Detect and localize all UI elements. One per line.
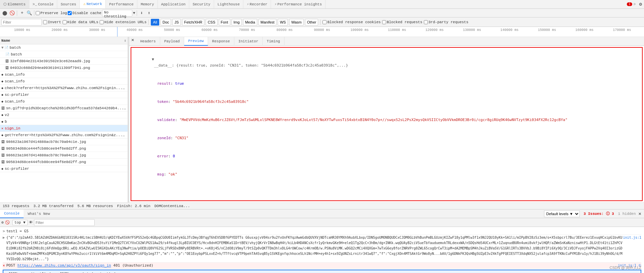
tab-memory[interactable]: Memory — [137, 0, 158, 9]
console-arrow-icon: > — [3, 229, 5, 234]
list-item[interactable]: ◆ sc-profiler — [0, 165, 128, 172]
list-item[interactable]: ◆ scan_info — [0, 98, 128, 105]
expand-icon[interactable]: ▼ — [1, 46, 4, 50]
tab-performance-insights[interactable]: ⚡ Performance insights — [271, 0, 326, 9]
filter-input[interactable] — [1, 19, 42, 26]
console-error-line: ✕ POST https://www.zhihu.com/api/v3/oaut… — [3, 263, 641, 269]
clear-button[interactable]: 🚫 — [9, 10, 15, 16]
filter-type-ws[interactable]: WS — [278, 19, 288, 26]
filter-toggle-button[interactable]: ⌖ — [19, 10, 25, 16]
hide-extension-urls-checkbox[interactable] — [100, 20, 104, 24]
blocked-requests-label[interactable]: Blocked requests — [382, 20, 422, 24]
response-tab-timing[interactable]: Timing — [263, 37, 284, 46]
console-level-select[interactable]: Default levels ▼ — [544, 210, 580, 217]
tab-elements[interactable]: ⬡ Elements — [0, 0, 29, 9]
response-tab-headers[interactable]: Headers — [136, 37, 160, 46]
console-command-block: > JSON.parse(test1).d == JSON.parse(wind… — [3, 270, 641, 273]
settings-icon[interactable]: ⚙ — [637, 1, 644, 7]
console-tab-whats-new[interactable]: What's New — [24, 209, 54, 218]
tab-lighthouse[interactable]: Lighthouse — [214, 0, 243, 9]
json-line-msg: msg: "ok" — [134, 165, 639, 184]
stop-recording-button[interactable]: ⬤ — [1, 10, 8, 16]
list-item[interactable]: ▼ 📄 batch — [0, 44, 128, 51]
third-party-checkbox[interactable] — [424, 20, 428, 24]
preserve-log-checkbox-label[interactable]: Preserve log — [36, 11, 67, 15]
tab-recorder[interactable]: ⚡ Recorder — [243, 0, 271, 9]
invert-checkbox[interactable] — [43, 20, 47, 24]
filter-type-fetch-xhr[interactable]: Fetch/XHR — [182, 19, 204, 26]
blocked-requests-checkbox[interactable] — [382, 20, 386, 24]
filter-type-img[interactable]: Img — [232, 19, 242, 26]
hide-data-urls-checkbox[interactable] — [63, 20, 67, 24]
response-tab-initiator[interactable]: Initiator — [234, 37, 263, 46]
export-button[interactable]: ⬆ — [146, 10, 152, 16]
preserve-log-checkbox[interactable] — [36, 11, 40, 15]
close-console-button[interactable]: ✕ — [639, 211, 641, 217]
list-item[interactable]: ◆ b — [0, 118, 128, 125]
issues-count: ⚐ — [634, 2, 636, 6]
request-icon: ◆ — [1, 86, 3, 90]
resize-header-icon: ⇕ — [124, 38, 126, 43]
blocked-cookies-label[interactable]: Blocked response cookies — [323, 20, 380, 24]
filter-type-doc[interactable]: Doc — [161, 19, 171, 26]
blocked-cookies-checkbox[interactable] — [323, 20, 327, 24]
filter-type-media[interactable]: Media — [243, 19, 257, 26]
list-item[interactable]: ◆ check?referer=https%3A%2F%2Fwww.zhihu.… — [0, 85, 128, 91]
list-item[interactable]: ◆ v2 — [0, 112, 128, 118]
requests-header: Name ⇕ — [0, 37, 128, 44]
console-tab-console[interactable]: Console — [0, 209, 24, 218]
list-item[interactable]: ◆ scan_info — [0, 78, 128, 85]
json-line-zoneid: zoneId: "CN31" — [134, 129, 639, 147]
error-link[interactable]: https://www.zhihu.com/api/v3/oauth/sign_… — [18, 263, 111, 268]
filter-type-wasm[interactable]: Wasm — [289, 19, 304, 26]
console-clear-button[interactable]: 🚫 — [5, 220, 10, 225]
invert-checkbox-label[interactable]: Invert — [43, 20, 61, 24]
list-item[interactable]: 🖼 32efd804e23143e391502e3ce62eaad9.jpg — [0, 58, 128, 65]
console-triangle[interactable]: ▶ — [3, 235, 5, 240]
console-eye-button[interactable]: 👁 — [29, 220, 33, 225]
filter-type-css[interactable]: CSS — [206, 19, 217, 26]
console-context-select[interactable]: top ▼ — [12, 220, 28, 225]
import-button[interactable]: ⬇ — [138, 10, 145, 16]
filter-type-manifest[interactable]: Manifest — [259, 19, 277, 26]
list-item[interactable]: 🖼 04932c660d294ea993619411399f7941.png — [0, 65, 128, 71]
filter-type-font[interactable]: Font — [219, 19, 230, 26]
list-item[interactable]: 🖼 905834d68ce444fcb80cee94f6e8d2ff.png — [0, 159, 128, 165]
list-item-sign-in[interactable]: ✕ sign_in — [0, 125, 128, 132]
list-item[interactable]: 📄 batch — [0, 51, 128, 58]
filter-type-all[interactable]: All — [151, 19, 159, 26]
list-item[interactable]: 🖼 sn.gif?d=pid%3Dcaptcha%26bid%3Dffccaa5… — [0, 105, 128, 112]
list-item[interactable]: 🖼 986623a1967d414888acb78c70a04c1e.jpg — [0, 139, 128, 145]
timeline-label-6: 60000 ms — [191, 28, 228, 32]
timeline-label-14: 140000 ms — [491, 28, 528, 32]
console-top-right: Default levels ▼ 3 Issues: ⓘ 3 1 hidden … — [544, 209, 644, 218]
console-filter-input[interactable] — [34, 219, 95, 226]
third-party-label[interactable]: 3rd-party requests — [424, 20, 469, 24]
response-tab-payload[interactable]: Payload — [160, 37, 184, 46]
list-item[interactable]: 🖼 905834d68ce444fcb80cee94f6e8d2ff.png — [0, 145, 128, 152]
disable-cache-checkbox[interactable] — [68, 11, 72, 15]
console-source-1[interactable]: init.js:1 — [623, 235, 641, 240]
disable-cache-checkbox-label[interactable]: Disable cache — [68, 11, 101, 15]
list-item[interactable]: 🖼 986623a1967d414888acb78c70a04c1e.jpg — [0, 152, 128, 159]
hide-extension-urls-label[interactable]: Hide extension URLs — [100, 20, 146, 24]
list-item[interactable]: ◆ scan_info — [0, 71, 128, 78]
request-icon: ◆ — [1, 120, 3, 124]
tab-security[interactable]: Security — [189, 0, 214, 9]
tab-application[interactable]: Application — [158, 0, 190, 9]
response-tab-response[interactable]: Response — [208, 37, 234, 46]
console-settings-icon[interactable]: ⚙ — [1, 220, 4, 225]
list-item[interactable]: ◆ sc-profiler — [0, 91, 128, 98]
response-tab-preview[interactable]: Preview — [184, 37, 208, 46]
list-item[interactable]: ◆ get?referer=https%3A%2F%2Fwww.zhihu.co… — [0, 132, 128, 139]
tab-console[interactable]: >_ Console — [29, 0, 57, 9]
tab-sources[interactable]: Sources — [57, 0, 80, 9]
filter-type-other[interactable]: Other — [305, 19, 318, 26]
throttling-select[interactable]: No throttling — [102, 10, 132, 16]
tab-network[interactable]: ⚠ Network — [80, 0, 106, 9]
hide-data-urls-label[interactable]: Hide data URLs — [63, 20, 98, 24]
tab-performance[interactable]: Performance — [106, 0, 137, 9]
close-response-button[interactable]: ✕ — [129, 37, 136, 45]
filter-type-js[interactable]: JS — [172, 19, 181, 26]
search-button[interactable]: 🔍 — [26, 10, 33, 16]
